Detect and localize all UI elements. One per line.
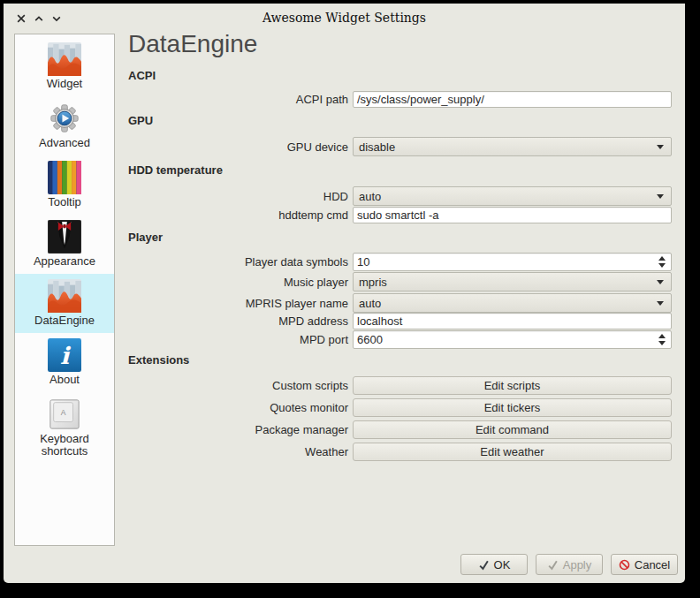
gear-play-icon — [48, 102, 81, 135]
check-icon — [478, 559, 490, 571]
row-custom-scripts: Custom scripts Edit scripts — [128, 376, 672, 395]
gpu-device-label: GPU device — [128, 140, 353, 154]
quotes-monitor-label: Quotes monitor — [128, 401, 353, 414]
page-title: DataEngine — [128, 30, 257, 58]
music-player-select[interactable]: mpris — [353, 272, 672, 291]
gpu-device-select[interactable]: disable — [353, 137, 672, 156]
sidebar-item-label: Widget — [47, 78, 82, 90]
music-player-label: Music player — [128, 276, 353, 289]
acpi-path-label: ACPI path — [128, 93, 353, 106]
ok-button[interactable]: OK — [460, 554, 528, 575]
spinner-arrows-icon[interactable] — [658, 334, 666, 345]
hddtemp-cmd-input[interactable] — [353, 207, 672, 223]
section-acpi: ACPI — [128, 69, 156, 82]
dropdown-arrow-icon — [657, 194, 664, 199]
apply-button[interactable]: Apply — [536, 554, 603, 575]
section-extensions: Extensions — [128, 353, 189, 367]
area-chart-icon — [48, 42, 81, 76]
row-gpu-device: GPU device disable — [128, 137, 672, 156]
mpris-name-label: MPRIS player name — [128, 297, 353, 310]
dropdown-arrow-icon — [657, 145, 664, 149]
sidebar-item-tooltip[interactable]: Tooltip — [15, 155, 114, 215]
section-gpu: GPU — [128, 114, 153, 127]
row-hddtemp-cmd: hddtemp cmd — [128, 207, 672, 223]
player-symbols-spinbox[interactable]: 10 — [353, 253, 672, 271]
ok-button-label: OK — [494, 558, 511, 572]
sidebar-item-keyboard-shortcuts[interactable]: Keyboard shortcuts — [15, 392, 114, 465]
sidebar-item-advanced[interactable]: Advanced — [15, 96, 114, 155]
mpd-port-label: MPD port — [128, 333, 353, 346]
dropdown-arrow-icon — [657, 301, 664, 306]
player-symbols-value: 10 — [357, 255, 369, 269]
keyboard-key-icon — [48, 397, 81, 431]
sidebar-item-label: Appearance — [34, 255, 95, 268]
cancel-button[interactable]: Cancel — [611, 554, 678, 575]
sidebar-item-about[interactable]: About — [15, 333, 114, 392]
hdd-label: HDD — [128, 190, 353, 203]
row-hdd: HDD auto — [128, 186, 672, 206]
edit-scripts-button[interactable]: Edit scripts — [353, 376, 672, 395]
mpd-port-spinbox[interactable]: 6600 — [353, 330, 672, 349]
sidebar-item-dataengine[interactable]: DataEngine — [15, 274, 114, 333]
sidebar-item-label: DataEngine — [34, 314, 95, 327]
dropdown-arrow-icon — [657, 280, 664, 284]
sidebar: Widget Advanced Tooltip Appearance DataE… — [14, 34, 115, 546]
row-mpd-address: MPD address — [128, 313, 672, 329]
desktop: { "window": { "title": "Awesome Widget S… — [0, 0, 700, 598]
acpi-path-input[interactable] — [353, 91, 672, 108]
package-manager-label: Package manager — [128, 423, 353, 436]
gpu-device-value: disable — [359, 140, 395, 154]
sidebar-item-label: Tooltip — [48, 196, 81, 208]
player-symbols-label: Player data symbols — [128, 255, 353, 269]
hddtemp-cmd-label: hddtemp cmd — [128, 208, 353, 222]
color-stripes-icon — [48, 161, 81, 194]
sidebar-item-appearance[interactable]: Appearance — [15, 215, 114, 274]
row-acpi-path: ACPI path — [128, 91, 672, 108]
edit-command-button[interactable]: Edit command — [353, 420, 672, 439]
mpris-name-select[interactable]: auto — [353, 293, 672, 313]
area-chart-icon — [48, 279, 81, 313]
sidebar-item-label: Advanced — [39, 137, 90, 149]
sidebar-item-label: About — [49, 374, 80, 386]
hdd-select[interactable]: auto — [353, 186, 672, 206]
row-package-manager: Package manager Edit command — [128, 420, 672, 439]
sidebar-item-label: Keyboard shortcuts — [19, 433, 110, 458]
check-icon — [547, 559, 559, 571]
mpd-port-value: 6600 — [357, 333, 383, 346]
edit-weather-button[interactable]: Edit weather — [353, 443, 672, 461]
mpris-name-value: auto — [359, 297, 381, 310]
section-player: Player — [128, 231, 163, 244]
window-title: Awesome Widget Settings — [4, 11, 685, 25]
edit-tickers-button[interactable]: Edit tickers — [353, 398, 672, 417]
row-music-player: Music player mpris — [128, 272, 672, 291]
custom-scripts-label: Custom scripts — [128, 379, 353, 392]
mpd-address-input[interactable] — [353, 313, 672, 329]
spinner-arrows-icon[interactable] — [658, 256, 666, 268]
music-player-value: mpris — [359, 276, 387, 289]
row-player-symbols: Player data symbols 10 — [128, 253, 672, 271]
mpd-address-label: MPD address — [128, 314, 353, 328]
row-weather: Weather Edit weather — [128, 443, 672, 461]
cancel-button-label: Cancel — [635, 558, 670, 572]
row-mpris-name: MPRIS player name auto — [128, 293, 672, 313]
weather-label: Weather — [128, 445, 353, 458]
titlebar: Awesome Widget Settings — [4, 4, 685, 30]
info-icon — [48, 338, 81, 372]
no-entry-icon — [619, 559, 630, 571]
hdd-value: auto — [359, 190, 381, 203]
section-hdd: HDD temperature — [128, 163, 223, 177]
apply-button-label: Apply — [563, 558, 592, 572]
sidebar-item-widget[interactable]: Widget — [15, 37, 114, 96]
settings-window: Awesome Widget Settings Widget Advanced … — [4, 4, 685, 583]
row-quotes-monitor: Quotes monitor Edit tickers — [128, 398, 672, 417]
tuxedo-icon — [48, 220, 81, 254]
row-mpd-port: MPD port 6600 — [128, 330, 672, 349]
